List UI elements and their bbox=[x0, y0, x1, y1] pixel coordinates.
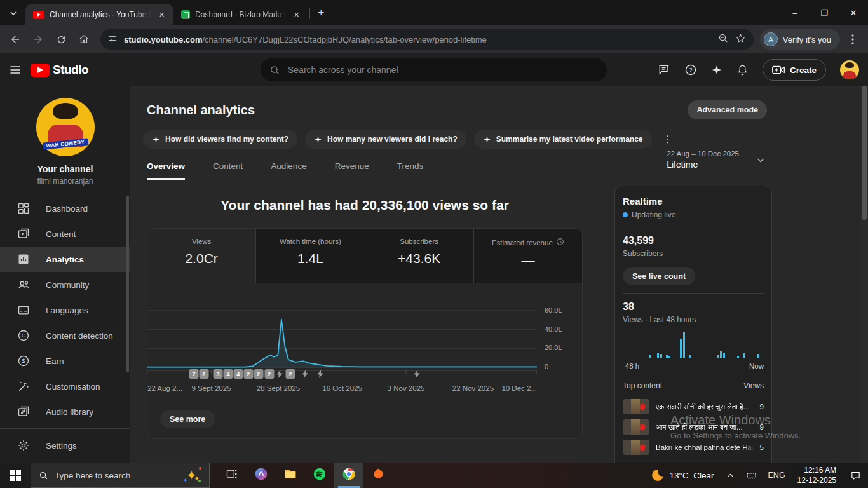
youtube-logo-icon bbox=[31, 64, 50, 77]
publish-bolt-marker[interactable] bbox=[412, 369, 422, 379]
analytics-icon bbox=[17, 253, 31, 266]
language-indicator[interactable]: ENG bbox=[763, 463, 791, 488]
tab-search-button[interactable] bbox=[5, 5, 22, 22]
metric-card-subscribers[interactable]: Subscribers+43.6K bbox=[365, 229, 474, 283]
browser-menu-button[interactable] bbox=[843, 29, 863, 50]
browser-tab[interactable]: Channel analytics - YouTube Stu✕ bbox=[25, 4, 173, 25]
suggestion-chip-3[interactable]: Summarise my latest video performance bbox=[474, 130, 652, 149]
publish-count-marker[interactable]: 7 bbox=[189, 369, 198, 379]
publish-count-marker[interactable]: 3 bbox=[213, 369, 222, 379]
minimize-button[interactable]: – bbox=[780, 0, 810, 25]
menu-hamburger-button[interactable] bbox=[0, 64, 31, 76]
sidebar-item-send-feedback[interactable]: !Send feedback bbox=[0, 458, 130, 463]
channel-handle: filmi manoranjan bbox=[0, 177, 130, 186]
publish-count-marker[interactable]: 4 bbox=[233, 369, 243, 379]
sidebar-item-customisation[interactable]: Customisation bbox=[0, 374, 130, 399]
metric-card-watch-time-hours-[interactable]: Watch time (hours)1.4L bbox=[256, 229, 365, 283]
sidebar-item-dashboard[interactable]: Dashboard bbox=[0, 196, 130, 221]
new-tab-button[interactable]: + bbox=[313, 4, 329, 21]
tab-audience[interactable]: Audience bbox=[271, 155, 306, 180]
publish-count-marker[interactable]: 2 bbox=[199, 369, 208, 379]
top-content-row[interactable]: एक सवारी सोनी की हर चुरा लेता है...9 bbox=[623, 396, 764, 417]
page-scrollbar[interactable]: ▲ bbox=[860, 53, 868, 463]
advanced-mode-button[interactable]: Advanced mode bbox=[688, 100, 767, 119]
publish-count-marker[interactable]: 4 bbox=[223, 369, 233, 379]
taskbar-app-chrome[interactable] bbox=[334, 463, 363, 488]
taskbar-app-file-explorer[interactable] bbox=[276, 463, 305, 488]
home-button[interactable] bbox=[74, 29, 94, 50]
studio-logo[interactable]: Studio bbox=[31, 63, 88, 77]
metric-label: Estimated revenue bbox=[474, 238, 582, 247]
weather-widget[interactable]: 13°C Clear bbox=[644, 468, 721, 482]
sidebar-item-analytics[interactable]: Analytics bbox=[0, 247, 130, 272]
taskbar-search-box[interactable]: Type here to search ✦✦✦ bbox=[31, 463, 210, 488]
publish-bolt-marker[interactable] bbox=[275, 369, 284, 379]
publish-bolt-marker[interactable] bbox=[301, 369, 310, 379]
site-settings-icon[interactable] bbox=[108, 34, 118, 46]
action-center-button[interactable] bbox=[843, 470, 868, 481]
maximize-button[interactable]: ❐ bbox=[810, 0, 839, 25]
tab-overview[interactable]: Overview bbox=[147, 155, 185, 180]
scrollbar-thumb[interactable] bbox=[862, 85, 867, 220]
taskbar-app-task-view[interactable] bbox=[217, 463, 247, 488]
taskbar-app-copilot[interactable] bbox=[247, 463, 276, 488]
metric-card-views[interactable]: Views2.0Cr bbox=[147, 229, 256, 283]
start-button[interactable] bbox=[0, 463, 31, 488]
forward-button[interactable] bbox=[28, 29, 48, 50]
date-range-picker[interactable]: 22 Aug – 10 Dec 2025 Lifetime bbox=[667, 150, 766, 170]
sidebar-item-audio-library[interactable]: Audio library bbox=[0, 399, 130, 424]
taskbar-app-spotify[interactable] bbox=[305, 463, 334, 488]
verify-profile-button[interactable]: A Verify it's you bbox=[760, 29, 840, 50]
account-avatar[interactable] bbox=[840, 60, 859, 79]
publish-count-marker[interactable]: 2 bbox=[243, 369, 253, 379]
back-button[interactable] bbox=[5, 29, 25, 50]
sidebar-item-settings[interactable]: Settings bbox=[0, 433, 130, 458]
axis-left-label: -48 h bbox=[623, 362, 639, 370]
browser-tab[interactable]: Dashboard - Bizkro Market✕ bbox=[173, 4, 308, 25]
tab-content[interactable]: Content bbox=[213, 155, 243, 180]
tab-title: Dashboard - Bizkro Market bbox=[195, 10, 286, 19]
home-icon bbox=[78, 34, 90, 45]
feedback-comment-button[interactable] bbox=[658, 64, 670, 76]
reload-button[interactable] bbox=[51, 29, 71, 50]
see-more-button[interactable]: See more bbox=[160, 410, 215, 428]
channel-avatar[interactable]: WAH COMEDY bbox=[36, 98, 95, 156]
sidebar-item-languages[interactable]: Languages bbox=[0, 297, 130, 323]
taskbar-app-fl-studio[interactable] bbox=[363, 463, 393, 488]
sidebar-item-content[interactable]: Content bbox=[0, 221, 130, 247]
top-content-row[interactable]: Bakri ke chhal pahna dete Hai...5 bbox=[623, 437, 764, 458]
touch-keyboard-icon[interactable] bbox=[740, 463, 763, 488]
publish-count-marker[interactable]: 2 bbox=[254, 369, 263, 379]
clock-widget[interactable]: 12:16 AM 12-12-2025 bbox=[791, 465, 843, 485]
desktop-screen: Channel analytics - YouTube Stu✕Dashboar… bbox=[0, 0, 868, 488]
close-button[interactable]: ✕ bbox=[839, 0, 868, 25]
tray-chevron-up[interactable] bbox=[721, 463, 740, 488]
suggestion-chip-2[interactable]: How many new viewers did I reach? bbox=[305, 130, 466, 149]
publish-bolt-marker[interactable] bbox=[316, 369, 325, 379]
url-bar[interactable]: studio.youtube.com/channel/UC6Y7DugjL22s… bbox=[100, 29, 754, 50]
top-content-row[interactable]: आम खाते ही लड़का आम बन जा...9 bbox=[623, 417, 764, 437]
zoom-indicator-icon[interactable] bbox=[718, 33, 729, 46]
metric-card-estimated-revenue[interactable]: Estimated revenue— bbox=[474, 229, 582, 283]
publish-count-marker[interactable]: 2 bbox=[264, 369, 274, 379]
sidebar-item-content-detection[interactable]: CContent detection bbox=[0, 323, 130, 348]
chips-more-button[interactable]: ⋮ bbox=[660, 133, 677, 145]
studio-search-bar[interactable]: Search across your channel bbox=[261, 58, 607, 81]
tab-trends[interactable]: Trends bbox=[397, 155, 424, 180]
notifications-bell-button[interactable] bbox=[736, 64, 749, 76]
sidebar-scrollbar[interactable] bbox=[126, 196, 129, 372]
bookmark-star-icon[interactable] bbox=[735, 33, 746, 46]
sidebar-item-community[interactable]: Community bbox=[0, 272, 130, 297]
sidebar-item-earn[interactable]: $Earn bbox=[0, 348, 130, 374]
tab-close-icon[interactable]: ✕ bbox=[156, 10, 167, 20]
see-live-count-button[interactable]: See live count bbox=[623, 267, 695, 285]
tab-revenue[interactable]: Revenue bbox=[335, 155, 369, 180]
help-button[interactable]: ? bbox=[684, 64, 697, 76]
create-button[interactable]: Create bbox=[763, 59, 826, 81]
create-label: Create bbox=[790, 65, 817, 75]
tab-close-icon[interactable]: ✕ bbox=[291, 10, 302, 20]
publish-count-marker[interactable]: 2 bbox=[285, 369, 295, 379]
y-axis-label: 0 bbox=[545, 363, 548, 370]
suggestion-chip-1[interactable]: How did viewers find my content? bbox=[143, 130, 297, 149]
ai-sparkle-button[interactable] bbox=[711, 64, 722, 76]
